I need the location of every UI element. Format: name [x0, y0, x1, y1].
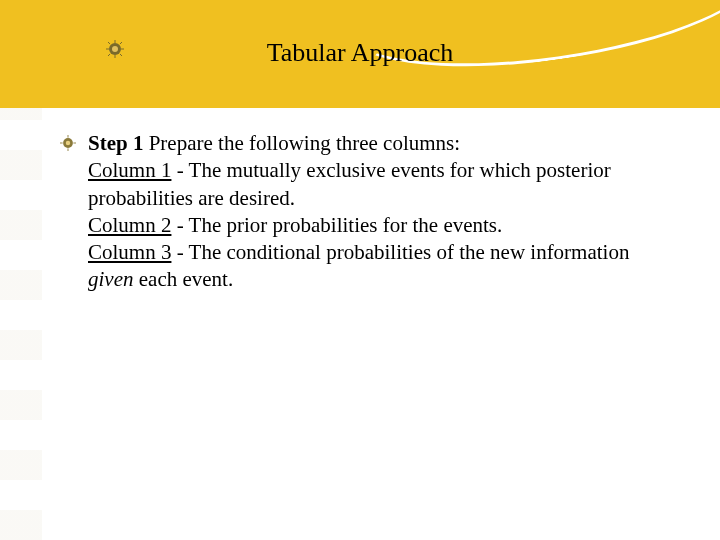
step-line: Step 1 Prepare the following three colum… — [88, 130, 460, 157]
column3-label: Column 3 — [88, 240, 171, 264]
column3-text-b: each event. — [133, 267, 233, 291]
column2-text: - The prior probabilities for the events… — [171, 213, 502, 237]
column2-label: Column 2 — [88, 213, 171, 237]
column2-line: Column 2 - The prior probabilities for t… — [88, 212, 670, 239]
slide-title: Tabular Approach — [0, 38, 720, 68]
column3-text-a: - The conditional probabilities of the n… — [171, 240, 629, 264]
content-body: Step 1 Prepare the following three colum… — [60, 130, 670, 294]
step-label: Step 1 — [88, 131, 143, 155]
header-band: Tabular Approach — [0, 0, 720, 108]
column3-given: given — [88, 267, 133, 291]
column3-line: Column 3 - The conditional probabilities… — [88, 239, 670, 294]
bullet-icon — [60, 135, 82, 151]
svg-point-11 — [66, 141, 70, 145]
column1-label: Column 1 — [88, 158, 171, 182]
column1-line: Column 1 - The mutually exclusive events… — [88, 157, 670, 212]
step-text: Prepare the following three columns: — [143, 131, 460, 155]
left-margin-pattern — [0, 108, 42, 540]
